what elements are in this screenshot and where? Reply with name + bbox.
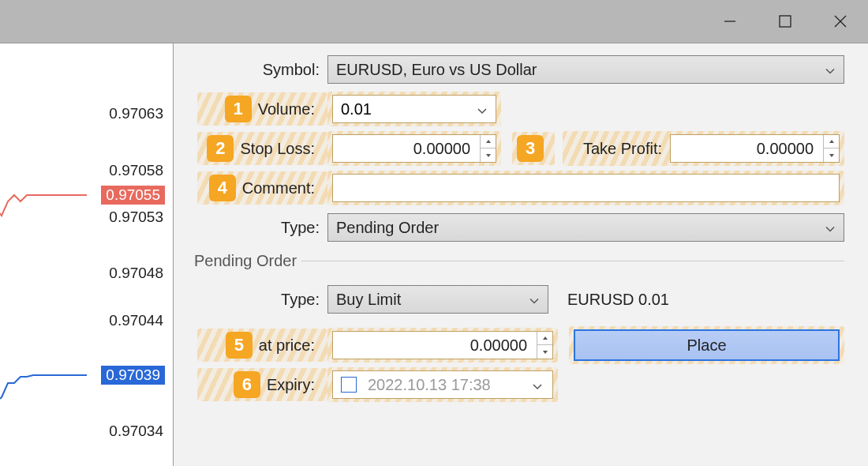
sl-tp-row: 2 Stop Loss: 0.00000 3 Tak bbox=[197, 133, 844, 163]
spinner-icon[interactable] bbox=[537, 332, 552, 359]
svg-marker-7 bbox=[829, 154, 834, 157]
comment-input[interactable] bbox=[332, 174, 840, 202]
content-area: 0.97063 0.97058 0.97055 0.97053 0.97048 … bbox=[0, 43, 868, 466]
symbol-row: Symbol: EURUSD, Euro vs US Dollar bbox=[197, 54, 844, 85]
type-row: Type: Pending Order bbox=[197, 212, 844, 242]
takeprofit-label: Take Profit: bbox=[567, 140, 670, 158]
pending-type-value: Buy Limit bbox=[336, 291, 401, 309]
annotation-badge-6: 6 bbox=[234, 371, 260, 398]
type-label: Type: bbox=[197, 219, 327, 237]
volume-row: 1 Volume: 0.01 bbox=[197, 94, 844, 124]
price-axis: 0.97063 0.97058 0.97055 0.97053 0.97048 … bbox=[94, 43, 173, 466]
pending-type-dropdown[interactable]: Buy Limit bbox=[327, 285, 548, 314]
chevron-down-icon bbox=[477, 100, 488, 118]
price-tick: 0.97053 bbox=[109, 209, 163, 226]
price-tick: 0.97058 bbox=[109, 162, 163, 179]
svg-marker-9 bbox=[543, 351, 548, 354]
price-tick: 0.97048 bbox=[109, 265, 163, 282]
symbol-value: EURUSD, Euro vs US Dollar bbox=[336, 61, 537, 79]
chevron-down-icon bbox=[825, 219, 836, 237]
svg-rect-1 bbox=[780, 16, 791, 27]
bid-price-badge: 0.97039 bbox=[101, 366, 165, 385]
volume-input[interactable]: 0.01 bbox=[332, 95, 496, 123]
chevron-down-icon bbox=[825, 61, 836, 79]
pending-type-row: Type: Buy Limit EURUSD 0.01 bbox=[197, 284, 844, 314]
order-summary: EURUSD 0.01 bbox=[567, 291, 669, 309]
expiry-checkbox[interactable] bbox=[341, 377, 357, 393]
stoploss-input[interactable]: 0.00000 bbox=[332, 134, 496, 163]
price-tick: 0.97063 bbox=[109, 105, 163, 122]
comment-label: Comment: bbox=[242, 179, 323, 197]
symbol-dropdown[interactable]: EURUSD, Euro vs US Dollar bbox=[327, 55, 844, 84]
annotation-badge-3: 3 bbox=[517, 135, 544, 162]
svg-marker-5 bbox=[486, 154, 491, 157]
order-type-dropdown[interactable]: Pending Order bbox=[327, 213, 844, 242]
expiry-value: 2022.10.13 17:38 bbox=[368, 376, 491, 394]
pending-legend: Pending Order bbox=[189, 252, 301, 270]
spinner-icon[interactable] bbox=[823, 135, 839, 162]
atprice-input[interactable]: 0.00000 bbox=[332, 331, 553, 359]
order-type-value: Pending Order bbox=[336, 219, 439, 237]
annotation-badge-2: 2 bbox=[207, 135, 234, 162]
svg-marker-4 bbox=[486, 140, 491, 143]
chevron-down-icon bbox=[532, 376, 543, 394]
pending-type-label: Type: bbox=[197, 291, 327, 309]
expiry-label: Expiry: bbox=[267, 376, 323, 394]
titlebar bbox=[0, 0, 868, 43]
expiry-input[interactable]: 2022.10.13 17:38 bbox=[332, 370, 553, 399]
atprice-row: 5 at price: 0.00000 bbox=[197, 330, 844, 360]
close-button[interactable] bbox=[813, 0, 868, 43]
takeprofit-input[interactable]: 0.00000 bbox=[670, 134, 840, 163]
symbol-label: Symbol: bbox=[197, 61, 327, 79]
window: 0.97063 0.97058 0.97055 0.97053 0.97048 … bbox=[0, 0, 868, 466]
volume-value: 0.01 bbox=[341, 100, 372, 118]
chevron-down-icon bbox=[529, 291, 540, 309]
minimize-button[interactable] bbox=[702, 0, 758, 43]
stoploss-label: Stop Loss: bbox=[240, 140, 323, 158]
volume-label: Volume: bbox=[258, 100, 323, 118]
price-tick: 0.97044 bbox=[109, 312, 163, 329]
ask-price-badge: 0.97055 bbox=[101, 186, 165, 205]
annotation-badge-1: 1 bbox=[225, 96, 252, 122]
atprice-label: at price: bbox=[259, 336, 323, 355]
svg-marker-8 bbox=[543, 336, 548, 340]
svg-marker-6 bbox=[829, 140, 834, 143]
price-chart bbox=[0, 43, 95, 466]
price-tick: 0.97034 bbox=[109, 423, 163, 440]
stoploss-value: 0.00000 bbox=[413, 140, 489, 158]
pending-order-group: Pending Order Type: Buy Limit EURUSD 0.0… bbox=[197, 252, 844, 409]
spinner-icon[interactable] bbox=[480, 135, 496, 162]
order-form: Symbol: EURUSD, Euro vs US Dollar 1 Volu… bbox=[174, 43, 868, 466]
place-label: Place bbox=[687, 336, 726, 355]
place-button[interactable]: Place bbox=[574, 329, 840, 361]
maximize-button[interactable] bbox=[758, 0, 813, 43]
annotation-badge-4: 4 bbox=[209, 175, 236, 201]
atprice-value: 0.00000 bbox=[470, 336, 546, 355]
expiry-row: 6 Expiry: 2022.10.13 17:38 bbox=[197, 370, 844, 400]
annotation-badge-5: 5 bbox=[226, 332, 253, 359]
comment-row: 4 Comment: bbox=[197, 173, 844, 203]
takeprofit-value: 0.00000 bbox=[757, 140, 832, 158]
chart-pane: 0.97063 0.97058 0.97055 0.97053 0.97048 … bbox=[0, 43, 174, 466]
